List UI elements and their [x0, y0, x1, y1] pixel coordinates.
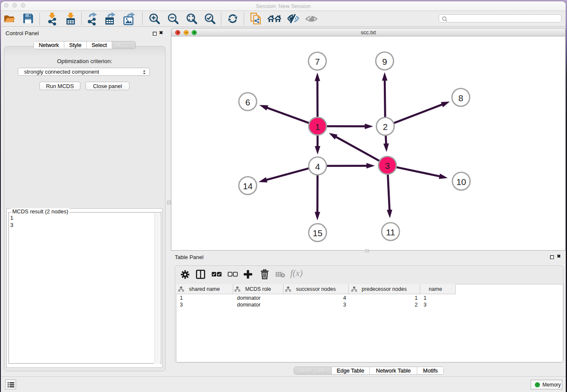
svg-text:10: 10 [456, 177, 466, 187]
svg-text:7: 7 [315, 57, 320, 66]
svg-text:2: 2 [383, 122, 388, 132]
svg-text:6: 6 [245, 97, 250, 107]
svg-text:1: 1 [315, 122, 320, 132]
svg-text:15: 15 [313, 228, 322, 238]
svg-text:11: 11 [386, 227, 395, 237]
svg-text:3: 3 [385, 161, 390, 171]
svg-text:8: 8 [458, 93, 463, 103]
svg-text:9: 9 [382, 57, 387, 66]
svg-text:14: 14 [243, 181, 253, 191]
svg-text:4: 4 [315, 162, 320, 171]
